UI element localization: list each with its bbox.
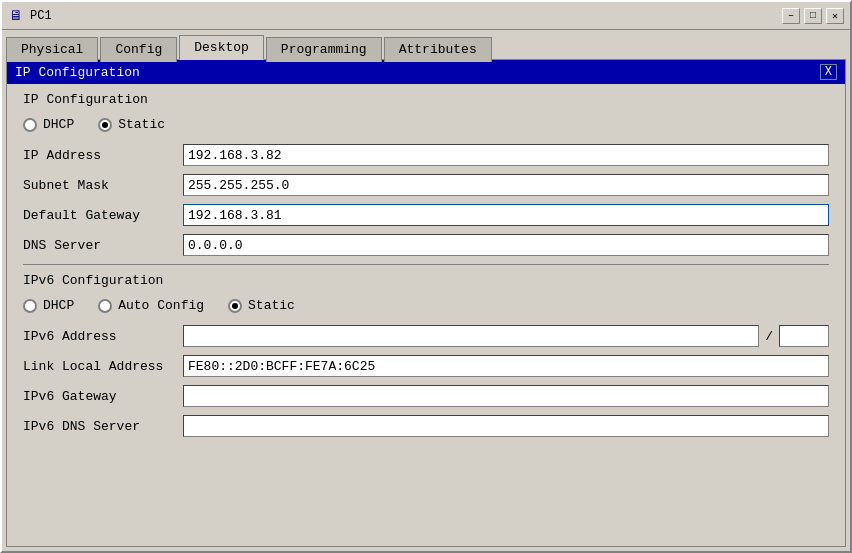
ip-config-body: IP Configuration DHCP Static IP Address … xyxy=(7,84,845,453)
subnet-mask-label: Subnet Mask xyxy=(23,178,183,193)
ipv6-prefix-input[interactable] xyxy=(779,325,829,347)
link-local-input[interactable] xyxy=(183,355,829,377)
ip-config-header-title: IP Configuration xyxy=(15,65,140,80)
dns-server-label: DNS Server xyxy=(23,238,183,253)
tab-desktop[interactable]: Desktop xyxy=(179,35,264,60)
tab-attributes[interactable]: Attributes xyxy=(384,37,492,62)
ipv4-dhcp-radio-circle xyxy=(23,118,37,132)
pc-icon: 🖥 xyxy=(9,8,23,24)
tab-physical[interactable]: Physical xyxy=(6,37,98,62)
ipv4-static-label: Static xyxy=(118,117,165,132)
ipv6-gateway-input[interactable] xyxy=(183,385,829,407)
ip-config-close-button[interactable]: X xyxy=(820,64,837,80)
link-local-address-row: Link Local Address xyxy=(23,355,829,377)
ipv6-dns-server-row: IPv6 DNS Server xyxy=(23,415,829,437)
section-divider xyxy=(23,264,829,265)
subnet-mask-row: Subnet Mask xyxy=(23,174,829,196)
ipv6-static-radio[interactable]: Static xyxy=(228,298,295,313)
tab-config[interactable]: Config xyxy=(100,37,177,62)
default-gateway-input[interactable] xyxy=(183,204,829,226)
ip-address-label: IP Address xyxy=(23,148,183,163)
ipv6-gateway-label: IPv6 Gateway xyxy=(23,389,183,404)
window-title: PC1 xyxy=(30,9,782,23)
ipv6-address-label: IPv6 Address xyxy=(23,329,183,344)
ipv6-dns-server-label: IPv6 DNS Server xyxy=(23,419,183,434)
content-area: IP Configuration X IP Configuration DHCP… xyxy=(6,59,846,547)
ipv6-auto-radio[interactable]: Auto Config xyxy=(98,298,204,313)
app-icon: 🖥 xyxy=(8,8,24,24)
slash-separator: / xyxy=(765,329,773,344)
maximize-button[interactable]: □ xyxy=(804,8,822,24)
ipv6-gateway-row: IPv6 Gateway xyxy=(23,385,829,407)
ipv4-radio-row: DHCP Static xyxy=(23,117,829,132)
window-controls: – □ ✕ xyxy=(782,8,844,24)
ip-address-input[interactable] xyxy=(183,144,829,166)
ipv6-dhcp-radio[interactable]: DHCP xyxy=(23,298,74,313)
default-gateway-label: Default Gateway xyxy=(23,208,183,223)
ipv6-auto-label: Auto Config xyxy=(118,298,204,313)
ipv6-address-row: IPv6 Address / xyxy=(23,325,829,347)
ipv4-static-radio[interactable]: Static xyxy=(98,117,165,132)
ipv6-dhcp-label: DHCP xyxy=(43,298,74,313)
minimize-button[interactable]: – xyxy=(782,8,800,24)
ipv4-static-radio-circle xyxy=(98,118,112,132)
ipv4-dhcp-radio[interactable]: DHCP xyxy=(23,117,74,132)
close-button[interactable]: ✕ xyxy=(826,8,844,24)
subnet-mask-input[interactable] xyxy=(183,174,829,196)
ipv6-subtitle: IPv6 Configuration xyxy=(23,273,829,288)
ipv6-auto-radio-circle xyxy=(98,299,112,313)
ip-address-row: IP Address xyxy=(23,144,829,166)
main-window: 🖥 PC1 – □ ✕ Physical Config Desktop Prog… xyxy=(0,0,852,553)
ipv4-dhcp-label: DHCP xyxy=(43,117,74,132)
ipv6-address-inputs: / xyxy=(183,325,829,347)
ipv6-address-input[interactable] xyxy=(183,325,759,347)
ipv6-dhcp-radio-circle xyxy=(23,299,37,313)
tab-bar: Physical Config Desktop Programming Attr… xyxy=(2,30,850,59)
dns-server-input[interactable] xyxy=(183,234,829,256)
link-local-label: Link Local Address xyxy=(23,359,183,374)
ip-config-header-bar: IP Configuration X xyxy=(7,60,845,84)
ipv6-radio-row: DHCP Auto Config Static xyxy=(23,298,829,313)
tab-programming[interactable]: Programming xyxy=(266,37,382,62)
default-gateway-row: Default Gateway xyxy=(23,204,829,226)
ip-config-subtitle: IP Configuration xyxy=(23,92,829,107)
ipv6-static-radio-circle xyxy=(228,299,242,313)
ipv6-static-label: Static xyxy=(248,298,295,313)
dns-server-row: DNS Server xyxy=(23,234,829,256)
ipv6-dns-server-input[interactable] xyxy=(183,415,829,437)
title-bar: 🖥 PC1 – □ ✕ xyxy=(2,2,850,30)
